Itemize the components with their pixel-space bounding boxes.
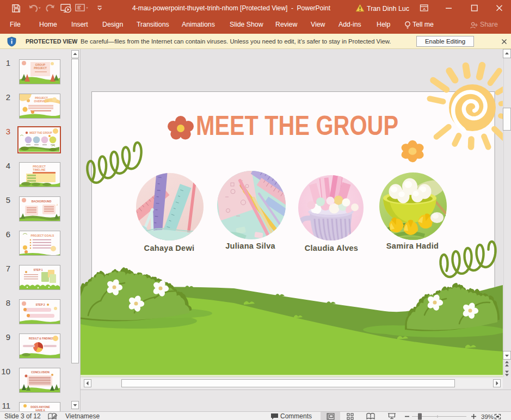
svg-text:Tran Dinh Luc: Tran Dinh Luc xyxy=(367,5,409,13)
svg-text:RESULT & FINDINGS: RESULT & FINDINGS xyxy=(29,337,54,340)
svg-text:Juliana Silva: Juliana Silva xyxy=(225,242,275,250)
svg-text:STEP 1: STEP 1 xyxy=(33,268,42,271)
svg-text:MEET THE GROUP: MEET THE GROUP xyxy=(29,132,52,134)
svg-text:PROJECT: PROJECT xyxy=(34,66,47,70)
svg-text:Cahaya Dewi: Cahaya Dewi xyxy=(144,244,195,252)
svg-text:DOES ANYONE: DOES ANYONE xyxy=(30,406,50,409)
svg-text:PROJECT GOALS: PROJECT GOALS xyxy=(31,234,54,237)
svg-text:Samira Hadid: Samira Hadid xyxy=(386,242,439,250)
svg-text:TIMELINE: TIMELINE xyxy=(33,168,46,171)
svg-text:Claudia Alves: Claudia Alves xyxy=(305,244,358,252)
svg-text:BACKGROUND: BACKGROUND xyxy=(32,200,52,203)
svg-text:STEP 2: STEP 2 xyxy=(35,303,45,306)
svg-text:MEET THE GROUP: MEET THE GROUP xyxy=(196,110,398,141)
svg-text:39%: 39% xyxy=(481,413,494,420)
svg-text:CONCLUSION: CONCLUSION xyxy=(31,370,50,374)
